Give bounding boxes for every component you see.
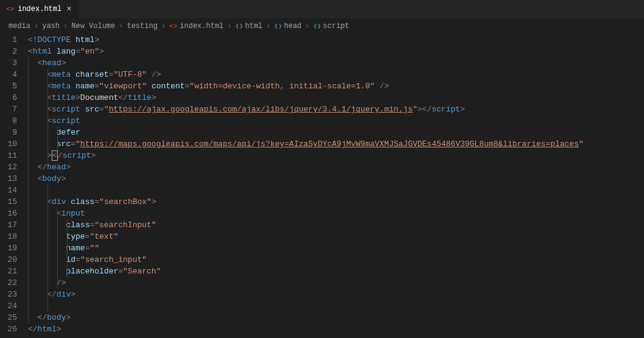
line-number: 25 — [4, 312, 17, 323]
code-line[interactable]: class="searchInput" — [28, 219, 642, 231]
breadcrumb: media › yash › New Volume › testing › <>… — [0, 18, 644, 34]
breadcrumb-head[interactable]: head — [275, 22, 302, 30]
breadcrumb-separator: › — [266, 22, 270, 30]
line-number: 3 — [4, 57, 17, 69]
line-number: 9 — [4, 127, 17, 138]
code-area[interactable]: <!DOCTYPE html> <html lang="en"> <head> … — [28, 34, 644, 335]
breadcrumb-yash[interactable]: yash — [42, 22, 60, 30]
breadcrumb-separator: › — [227, 22, 231, 30]
line-number: 26 — [4, 323, 17, 335]
line-number: 2 — [4, 46, 17, 57]
code-line[interactable]: placeholder="Search" — [28, 266, 642, 277]
code-line[interactable]: <meta name="viewport" content="width=dev… — [28, 80, 642, 92]
html-file-icon: <> — [6, 5, 14, 13]
line-number: 11 — [4, 150, 17, 161]
line-number: 5 — [4, 80, 17, 92]
line-number: 16 — [4, 208, 17, 219]
code-line[interactable]: <div class="searchBox"> — [28, 196, 642, 208]
code-line[interactable]: name="" — [28, 242, 642, 254]
code-line[interactable]: src="https://maps.googleapis.com/maps/ap… — [28, 138, 642, 150]
code-line[interactable]: <input — [28, 208, 642, 219]
breadcrumb-testing[interactable]: testing — [127, 22, 157, 30]
code-line[interactable]: defer — [28, 127, 642, 138]
code-line[interactable]: <html lang="en"> — [28, 46, 642, 57]
line-number: 10 — [4, 138, 17, 150]
line-number: 18 — [4, 231, 17, 242]
tab-index-html[interactable]: <> index.html × — [0, 0, 80, 18]
code-line[interactable]: <script — [28, 115, 642, 127]
code-line[interactable]: ></script> — [28, 150, 642, 161]
code-line[interactable]: <body> — [28, 173, 642, 185]
code-line[interactable]: <!DOCTYPE html> — [28, 34, 642, 46]
breadcrumb-new-volume[interactable]: New Volume — [71, 22, 115, 30]
code-line[interactable]: </div> — [28, 289, 642, 300]
code-line[interactable]: <script src="https://ajax.googleapis.com… — [28, 104, 642, 115]
breadcrumb-separator: › — [161, 22, 166, 30]
symbol-icon — [275, 23, 282, 30]
line-number: 24 — [4, 300, 17, 312]
symbol-icon — [313, 23, 321, 30]
editor[interactable]: 1 2 3 4 5 6 7 8 9 10 11 12 13 14 15 16 1… — [0, 34, 644, 335]
line-number: 17 — [4, 219, 17, 231]
code-line[interactable]: <head> — [28, 57, 642, 69]
breadcrumb-script[interactable]: script — [313, 22, 349, 30]
line-number: 12 — [4, 161, 17, 173]
html-file-icon: <> — [169, 23, 177, 30]
breadcrumb-html[interactable]: html — [236, 22, 263, 30]
cursor: < — [52, 150, 58, 161]
close-icon[interactable]: × — [65, 4, 72, 14]
line-number: 19 — [4, 242, 17, 254]
line-number: 21 — [4, 266, 17, 277]
code-line[interactable]: </body> — [28, 312, 642, 323]
line-number: 14 — [4, 185, 17, 196]
line-number: 13 — [4, 173, 17, 185]
code-line[interactable] — [28, 300, 642, 312]
code-line[interactable]: /> — [28, 277, 642, 289]
breadcrumb-media[interactable]: media — [9, 22, 30, 30]
breadcrumb-separator: › — [63, 22, 68, 30]
line-number: 20 — [4, 254, 17, 266]
code-line[interactable] — [28, 185, 642, 196]
tab-bar: <> index.html × — [0, 0, 644, 18]
line-number: 4 — [4, 69, 17, 80]
line-number: 6 — [4, 92, 17, 104]
breadcrumb-separator: › — [34, 22, 38, 30]
line-number: 22 — [4, 277, 17, 289]
symbol-icon — [236, 23, 243, 30]
code-line[interactable]: </html> — [28, 323, 642, 335]
line-number: 23 — [4, 289, 17, 300]
breadcrumb-index-html[interactable]: <>index.html — [169, 22, 223, 30]
code-line[interactable]: type="text" — [28, 231, 642, 242]
breadcrumb-separator: › — [305, 22, 309, 30]
code-line[interactable]: <title>Document</title> — [28, 92, 642, 104]
line-number: 8 — [4, 115, 17, 127]
line-number: 15 — [4, 196, 17, 208]
line-number-gutter: 1 2 3 4 5 6 7 8 9 10 11 12 13 14 15 16 1… — [0, 34, 28, 335]
code-line[interactable]: <meta charset="UTF-8" /> — [28, 69, 642, 80]
line-number: 7 — [4, 104, 17, 115]
breadcrumb-separator: › — [119, 22, 123, 30]
code-line[interactable]: </head> — [28, 161, 642, 173]
line-number: 1 — [4, 34, 17, 46]
tab-label: index.html — [18, 5, 61, 13]
code-line[interactable]: id="search_input" — [28, 254, 642, 266]
